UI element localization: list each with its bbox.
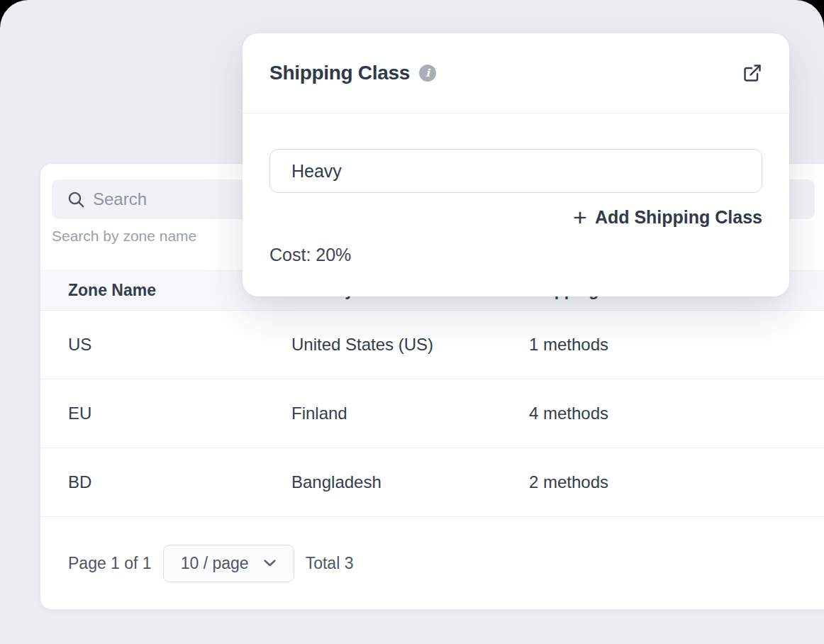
search-helper-text: Search by zone name [52, 228, 196, 245]
zone-name-cell: BD [68, 472, 291, 492]
modal-title: Shipping Class [269, 62, 410, 84]
external-link-icon [742, 63, 762, 83]
shipping-class-modal: Shipping Class i + Add Shipping Cla [243, 33, 789, 296]
info-icon[interactable]: i [419, 65, 436, 82]
table-row[interactable]: BD Bangladesh 2 methods [40, 448, 824, 517]
per-page-value: 10 / page [181, 554, 249, 573]
methods-cell: 2 methods [529, 472, 824, 492]
per-page-select[interactable]: 10 / page [163, 545, 294, 582]
chevron-down-icon [263, 559, 277, 567]
methods-cell: 4 methods [529, 404, 824, 423]
zones-table: Zone Name Country Shipping Methods US Un… [40, 270, 824, 517]
add-row: + Add Shipping Class [269, 207, 762, 228]
plus-icon: + [573, 209, 587, 226]
cost-text: Cost: 20% [269, 245, 762, 265]
pagination-bar: Page 1 of 1 10 / page Total 3 [40, 517, 824, 609]
open-external-button[interactable] [742, 63, 762, 83]
shipping-class-name-input[interactable] [269, 149, 762, 193]
add-shipping-class-label: Add Shipping Class [595, 207, 762, 228]
add-shipping-class-button[interactable]: + Add Shipping Class [573, 207, 762, 228]
zone-name-cell: US [68, 335, 291, 355]
app-page: Search by zone name Zone Name Country Sh… [0, 0, 824, 644]
table-row[interactable]: US United States (US) 1 methods [40, 311, 824, 379]
region-cell: Finland [291, 404, 529, 423]
screenshot-stage: Search by zone name Zone Name Country Sh… [0, 0, 824, 644]
modal-body: + Add Shipping Class Cost: 20% [243, 113, 789, 265]
region-cell: United States (US) [291, 335, 529, 355]
region-cell: Bangladesh [291, 472, 529, 492]
search-icon [67, 190, 86, 209]
page-info-text: Page 1 of 1 [68, 554, 152, 573]
table-row[interactable]: EU Finland 4 methods [40, 379, 824, 448]
modal-header: Shipping Class i [243, 33, 789, 113]
total-count-text: Total 3 [306, 554, 354, 573]
zone-name-cell: EU [68, 404, 291, 423]
methods-cell: 1 methods [529, 335, 824, 355]
